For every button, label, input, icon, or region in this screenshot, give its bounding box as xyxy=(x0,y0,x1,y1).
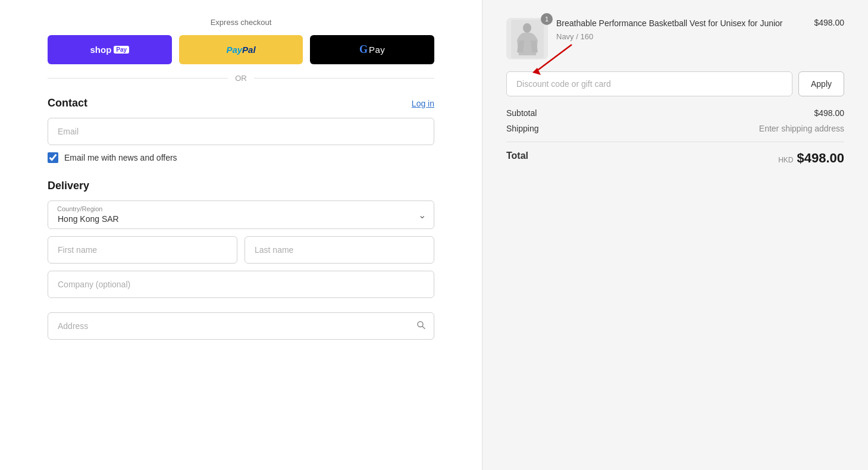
paypal-button[interactable]: PayPal xyxy=(179,35,303,64)
newsletter-label: Email me with news and offers xyxy=(64,153,177,162)
login-link[interactable]: Log in xyxy=(412,99,434,108)
address-input[interactable] xyxy=(48,312,434,340)
address-wrapper xyxy=(48,312,434,340)
delivery-title: Delivery xyxy=(48,180,89,192)
order-item: 1 Breathable Performance Basketball Vest… xyxy=(506,18,844,59)
discount-code-input[interactable] xyxy=(506,71,792,96)
shipping-value: Enter shipping address xyxy=(759,124,844,133)
subtotal-value: $498.00 xyxy=(814,108,844,118)
subtotal-row: Subtotal $498.00 xyxy=(506,108,844,118)
product-image xyxy=(506,18,548,59)
apply-button[interactable]: Apply xyxy=(798,71,844,96)
product-price: $498.00 xyxy=(814,18,844,27)
shop-pay-button[interactable]: shop Pay xyxy=(48,35,172,64)
total-right: HKD $498.00 xyxy=(778,151,844,166)
product-quantity-badge: 1 xyxy=(541,13,553,25)
or-label: OR xyxy=(235,74,247,83)
shop-pay-text: shop xyxy=(90,45,112,55)
country-select[interactable]: Hong Kong SAR xyxy=(48,200,434,229)
discount-row: Apply xyxy=(506,71,844,96)
product-variant: Navy / 160 xyxy=(556,32,806,41)
product-name: Breathable Performance Basketball Vest f… xyxy=(556,18,806,30)
gpay-label: G Pay xyxy=(359,43,385,56)
right-panel: 1 Breathable Performance Basketball Vest… xyxy=(482,0,868,470)
left-panel: Express checkout shop Pay PayPal G Pay O… xyxy=(0,0,482,470)
contact-title: Contact xyxy=(48,97,87,109)
paypal-label: PayPal xyxy=(226,45,255,55)
express-checkout-label: Express checkout xyxy=(48,18,434,27)
last-name-input[interactable] xyxy=(245,236,434,264)
product-image-svg xyxy=(511,20,544,58)
order-summary: Subtotal $498.00 Shipping Enter shipping… xyxy=(506,108,844,166)
company-input[interactable] xyxy=(48,271,434,298)
shop-pay-logo: shop Pay xyxy=(90,45,130,55)
delivery-header: Delivery xyxy=(48,180,434,192)
svg-point-3 xyxy=(523,23,531,33)
country-select-wrapper: Country/Region Hong Kong SAR ⌄ xyxy=(48,200,434,229)
newsletter-checkbox[interactable] xyxy=(48,152,58,163)
total-amount: $498.00 xyxy=(797,151,844,166)
product-image-wrapper: 1 xyxy=(506,18,548,59)
delivery-section: Delivery Country/Region Hong Kong SAR ⌄ xyxy=(48,180,434,340)
name-row xyxy=(48,236,434,264)
or-divider: OR xyxy=(48,74,434,83)
newsletter-row: Email me with news and offers xyxy=(48,152,434,163)
express-checkout-buttons: shop Pay PayPal G Pay xyxy=(48,35,434,64)
pay-badge: Pay xyxy=(114,46,129,54)
email-input[interactable] xyxy=(48,118,434,145)
shipping-row: Shipping Enter shipping address xyxy=(506,124,844,133)
subtotal-label: Subtotal xyxy=(506,108,537,118)
shipping-label: Shipping xyxy=(506,124,539,133)
total-label: Total xyxy=(506,151,528,166)
contact-header: Contact Log in xyxy=(48,97,434,109)
first-name-input[interactable] xyxy=(48,236,237,264)
product-info: Breathable Performance Basketball Vest f… xyxy=(556,18,806,41)
total-currency: HKD xyxy=(778,156,793,164)
contact-section: Contact Log in Email me with news and of… xyxy=(48,97,434,163)
gpay-button[interactable]: G Pay xyxy=(310,35,434,64)
total-row: Total HKD $498.00 xyxy=(506,142,844,166)
